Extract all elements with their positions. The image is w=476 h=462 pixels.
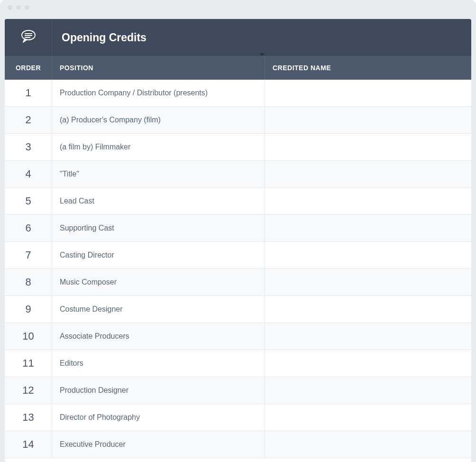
cell-credited-name[interactable] (265, 161, 471, 187)
column-header-credited-name[interactable]: CREDITED NAME (265, 56, 471, 80)
column-header-position-label: POSITION (60, 64, 93, 72)
cell-position[interactable]: Associate Producers (52, 323, 265, 350)
app-window: Opening Credits ORDER POSITION CREDITED … (0, 0, 476, 462)
cell-credited-name[interactable] (265, 350, 471, 377)
table-row[interactable]: 7Casting Director (5, 242, 471, 269)
window-maximize-dot[interactable] (25, 5, 29, 10)
cell-order: 5 (5, 188, 52, 214)
cell-position[interactable]: Music Composer (52, 269, 265, 296)
cell-order: 6 (5, 215, 52, 241)
cell-credited-name[interactable] (265, 404, 471, 431)
cell-position[interactable]: Director of Photography (52, 404, 265, 431)
cell-credited-name[interactable] (265, 188, 471, 214)
page-title: Opening Credits (52, 31, 146, 44)
cell-position[interactable]: Casting Director (52, 242, 265, 268)
column-header-order[interactable]: ORDER (5, 56, 52, 80)
cell-credited-name[interactable] (265, 215, 471, 241)
cell-position[interactable]: "Title" (52, 161, 265, 187)
cell-order: 4 (5, 161, 52, 187)
table-row[interactable]: 13Director of Photography (5, 404, 471, 431)
cell-credited-name[interactable] (265, 107, 471, 133)
table-row[interactable]: 1Production Company / Distributor (prese… (5, 80, 471, 107)
cell-credited-name[interactable] (265, 269, 471, 296)
table-body: 1Production Company / Distributor (prese… (5, 80, 471, 462)
header-icon-cell (5, 19, 52, 56)
content-panel: Opening Credits ORDER POSITION CREDITED … (5, 19, 471, 462)
table-row[interactable]: 4"Title" (5, 161, 471, 188)
cell-position[interactable]: (a film by) Filmmaker (52, 134, 265, 160)
table-row[interactable]: 11Editors (5, 350, 471, 377)
cell-position[interactable]: Production Company / Distributor (presen… (52, 80, 265, 106)
table-row[interactable]: 8Music Composer (5, 269, 471, 296)
cell-credited-name[interactable] (265, 431, 471, 458)
svg-point-0 (22, 30, 35, 40)
table-row[interactable]: 5Lead Cast (5, 188, 471, 215)
table-row[interactable]: 10Associate Producers (5, 323, 471, 350)
cell-position[interactable]: Editors (52, 350, 265, 377)
cell-order: 7 (5, 242, 52, 268)
cell-position[interactable]: Lead Cast (52, 188, 265, 214)
window-minimize-dot[interactable] (16, 5, 21, 10)
table-row[interactable]: 14Executive Producer (5, 431, 471, 458)
cell-order: 8 (5, 269, 52, 296)
column-headers: ORDER POSITION CREDITED NAME (5, 56, 471, 80)
cell-order: 3 (5, 134, 52, 160)
cell-position[interactable]: Executive Producer (52, 431, 265, 458)
cell-order: 1 (5, 80, 52, 106)
table-row[interactable]: 2(a) Producer's Company (film) (5, 107, 471, 134)
cell-order: 13 (5, 404, 52, 431)
cell-position[interactable]: Supporting Cast (52, 215, 265, 241)
speech-bubble-icon (20, 28, 37, 47)
cell-position[interactable]: Production Designer (52, 377, 265, 404)
window-close-dot[interactable] (8, 5, 12, 10)
cell-order: 9 (5, 296, 52, 323)
table-row[interactable]: 3(a film by) Filmmaker (5, 134, 471, 161)
cell-credited-name[interactable] (265, 296, 471, 323)
cell-order: 2 (5, 107, 52, 133)
table-header: Opening Credits (5, 19, 471, 56)
sort-indicator-icon (259, 53, 265, 56)
cell-credited-name[interactable] (265, 377, 471, 404)
table-row[interactable]: 6Supporting Cast (5, 215, 471, 242)
window-titlebar (0, 0, 476, 15)
cell-order: 10 (5, 323, 52, 350)
cell-credited-name[interactable] (265, 242, 471, 268)
cell-position[interactable]: Costume Designer (52, 296, 265, 323)
table-row[interactable]: 12Production Designer (5, 377, 471, 404)
table-row[interactable]: 9Costume Designer (5, 296, 471, 323)
cell-credited-name[interactable] (265, 134, 471, 160)
cell-order: 12 (5, 377, 52, 404)
cell-credited-name[interactable] (265, 80, 471, 106)
cell-credited-name[interactable] (265, 323, 471, 350)
cell-position[interactable]: (a) Producer's Company (film) (52, 107, 265, 133)
cell-order: 14 (5, 431, 52, 458)
column-header-position[interactable]: POSITION (52, 56, 265, 80)
cell-order: 11 (5, 350, 52, 377)
